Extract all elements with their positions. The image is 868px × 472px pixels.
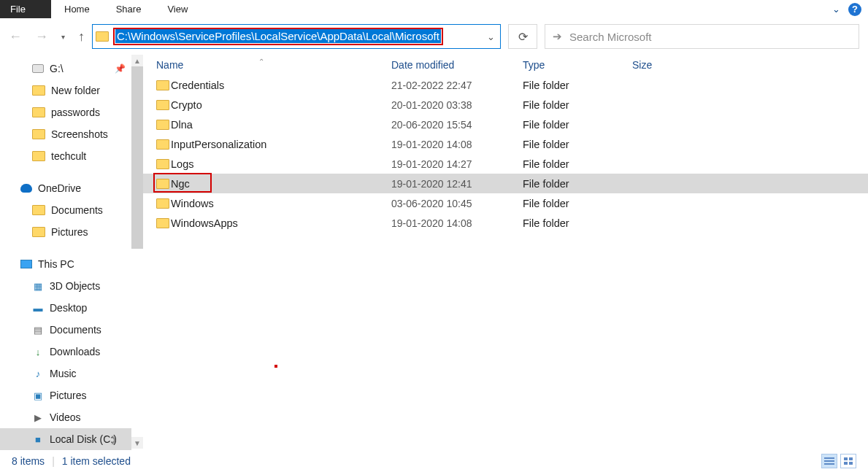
scroll-up-icon[interactable]: ▲	[131, 55, 143, 66]
tree-quick-item[interactable]: techcult	[0, 145, 131, 167]
tree-thispc-item[interactable]: ♪Music	[0, 363, 131, 384]
tree-thispc-item[interactable]: ▬Desktop	[0, 297, 131, 319]
tree-drive-g[interactable]: G:\ 📌	[0, 58, 131, 80]
file-date: 19-01-2020 14:27	[391, 158, 523, 170]
file-date: 20-01-2020 03:38	[391, 99, 523, 111]
navigation-bar: ← → ▾ ↑ C:\Windows\ServiceProfiles\Local…	[0, 18, 868, 55]
up-button[interactable]: ↑	[78, 29, 85, 45]
file-date: 03-06-2020 10:45	[391, 198, 523, 209]
tree-label: Local Disk (C:)	[50, 433, 117, 445]
column-size[interactable]: Size	[632, 59, 705, 71]
forward-button[interactable]: →	[35, 29, 48, 45]
folder-icon	[156, 139, 169, 150]
disk-icon: ■	[32, 433, 44, 445]
folder-icon	[156, 120, 169, 130]
tree-onedrive-item[interactable]: Pictures	[0, 221, 131, 243]
tree-thispc-item[interactable]: ▤Documents	[0, 319, 131, 341]
tree-label: New folder	[51, 85, 100, 96]
tree-label: Music	[50, 368, 77, 379]
file-type: File folder	[523, 80, 632, 91]
view-large-button[interactable]	[840, 454, 856, 468]
tree-thispc[interactable]: This PC	[0, 253, 131, 275]
file-row[interactable]: Credentials21-02-2022 22:47File folder	[143, 75, 868, 95]
tree-label: This PC	[38, 258, 74, 270]
help-button[interactable]: ?	[846, 0, 864, 18]
doc-icon: ▤	[32, 324, 44, 336]
tree-thispc-item[interactable]: ▦3D Objects	[0, 275, 131, 297]
file-name: Crypto	[171, 99, 391, 111]
column-type[interactable]: Type	[523, 59, 632, 71]
file-row[interactable]: WindowsApps19-01-2020 14:08File folder	[143, 213, 868, 233]
folder-icon	[156, 100, 169, 110]
folder-icon	[32, 205, 45, 215]
view-details-button[interactable]	[821, 454, 837, 468]
file-type: File folder	[523, 178, 632, 190]
file-row[interactable]: InputPersonalization19-01-2020 14:08File…	[143, 134, 868, 154]
back-button[interactable]: ←	[9, 29, 22, 45]
sort-asc-icon: ⌃	[258, 58, 264, 66]
file-type: File folder	[523, 158, 632, 170]
tree-thispc-item[interactable]: ▶Videos	[0, 406, 131, 428]
folder-icon	[32, 151, 45, 161]
tab-view[interactable]: View	[154, 0, 201, 18]
status-bar: 8 items | 1 item selected	[0, 450, 868, 472]
file-type: File folder	[523, 99, 632, 111]
folder-icon	[156, 80, 169, 90]
svg-rect-6	[849, 462, 853, 465]
history-dropdown-icon[interactable]: ▾	[61, 33, 65, 41]
folder-icon	[32, 227, 45, 237]
tab-share[interactable]: Share	[103, 0, 155, 18]
address-path[interactable]: C:\Windows\ServiceProfiles\LocalService\…	[115, 29, 441, 43]
tree-label: Documents	[50, 324, 101, 336]
status-selected: 1 item selected	[62, 455, 131, 467]
scrollbar-thumb[interactable]	[131, 66, 143, 249]
tree-label: Downloads	[50, 346, 100, 357]
file-type: File folder	[523, 198, 632, 209]
tree-onedrive-item[interactable]: Documents	[0, 199, 131, 221]
tab-file[interactable]: File	[0, 0, 51, 18]
chevron-right-icon[interactable]: ❯	[110, 435, 117, 444]
file-type: File folder	[523, 139, 632, 150]
file-name: WindowsApps	[171, 217, 391, 229]
file-name: InputPersonalization	[171, 139, 391, 150]
file-row[interactable]: Ngc19-01-2020 12:41File folder	[143, 174, 868, 193]
file-row[interactable]: Logs19-01-2020 14:27File folder	[143, 154, 868, 174]
ribbon-expand-icon[interactable]: ⌄	[826, 0, 846, 18]
pic-icon: ▣	[32, 390, 44, 401]
file-row[interactable]: Crypto20-01-2020 03:38File folder	[143, 95, 868, 115]
search-icon: ➔	[553, 30, 562, 43]
tree-thispc-item[interactable]: ↓Downloads	[0, 341, 131, 363]
tree-thispc-item[interactable]: ■Local Disk (C:)❯	[0, 428, 131, 450]
folder-icon	[96, 31, 109, 42]
file-row[interactable]: Dlna20-06-2020 15:54File folder	[143, 115, 868, 134]
search-box[interactable]: ➔	[545, 24, 859, 49]
file-name: Ngc	[171, 178, 391, 190]
tree-label: 3D Objects	[50, 280, 100, 292]
tree-quick-item[interactable]: Screenshots	[0, 123, 131, 145]
stray-red-dot	[274, 365, 277, 368]
column-headers: Name⌃ Date modified Type Size	[143, 55, 868, 75]
address-bar[interactable]: C:\Windows\ServiceProfiles\LocalService\…	[92, 24, 501, 49]
desktop-icon: ▬	[32, 302, 44, 314]
tree-thispc-item[interactable]: ▣Pictures	[0, 384, 131, 406]
folder-icon	[156, 179, 169, 189]
file-row[interactable]: Windows03-06-2020 10:45File folder	[143, 193, 868, 213]
refresh-button[interactable]: ⟳	[508, 24, 537, 49]
tree-onedrive[interactable]: OneDrive	[0, 177, 131, 199]
scroll-down-icon[interactable]: ▼	[131, 437, 143, 449]
file-date: 19-01-2020 12:41	[391, 178, 523, 190]
svg-rect-4	[849, 457, 853, 460]
ribbon-tabs: File Home Share View ⌄ ?	[0, 0, 868, 18]
pin-icon: 📌	[115, 63, 126, 74]
tab-home[interactable]: Home	[51, 0, 103, 18]
tree-quick-item[interactable]: passwords	[0, 101, 131, 123]
search-input[interactable]	[569, 31, 851, 43]
svg-rect-1	[824, 460, 834, 462]
tree-quick-item[interactable]: New folder	[0, 80, 131, 101]
folder-icon	[32, 107, 45, 117]
tree-label: Desktop	[50, 302, 87, 314]
column-name[interactable]: Name⌃	[156, 59, 391, 71]
file-name: Windows	[171, 198, 391, 209]
column-date[interactable]: Date modified	[391, 59, 523, 71]
address-dropdown-icon[interactable]: ⌄	[481, 31, 500, 42]
